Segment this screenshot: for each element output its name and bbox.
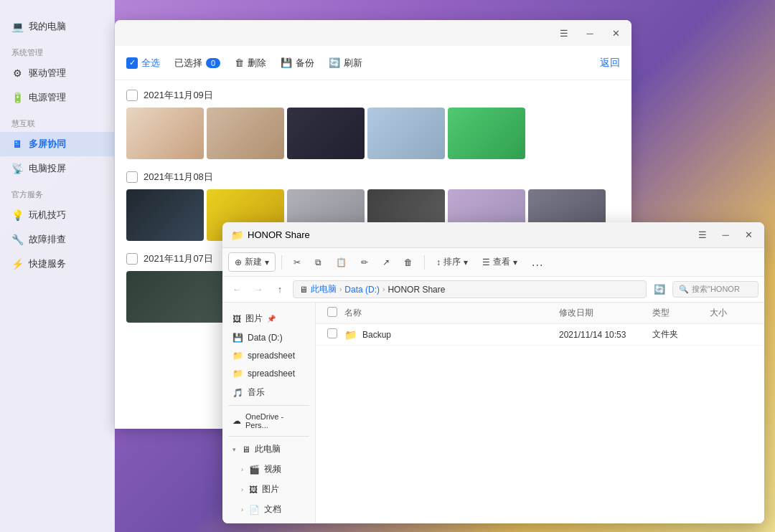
photo-toolbar: ✓ 全选 已选择 0 🗑 删除 💾 备份 🔄 刷新 返回 xyxy=(115,46,631,80)
explorer-sidebar: 🖼 图片 📌 💾 Data (D:) 📁 spreadsheet 📁 sprea… xyxy=(222,303,316,523)
multiscreen-icon: 🖥 xyxy=(11,138,23,150)
file-row-backup[interactable]: 📁 Backup 2021/11/14 10:53 文件夹 xyxy=(316,324,764,346)
toolbar-divider-2 xyxy=(424,255,425,270)
file-date-backup: 2021/11/14 10:53 xyxy=(559,330,652,340)
exp-sidebar-this-pc[interactable]: ▾ 🖥 此电脑 xyxy=(225,440,312,459)
sort-chevron-icon: ▾ xyxy=(464,257,468,267)
onedrive-icon: ☁ xyxy=(232,416,241,426)
select-all-button[interactable]: ✓ 全选 xyxy=(126,57,160,70)
section-title-connect: 慧互联 xyxy=(0,110,114,132)
photo-grid-1 xyxy=(126,108,620,159)
sidebar-item-power[interactable]: 🔋 电源管理 xyxy=(0,85,114,110)
exp-sidebar-spreadsheet2[interactable]: 📁 spreadsheet xyxy=(225,365,312,382)
delete-icon: 🗑 xyxy=(235,57,244,68)
exp-sidebar-data-d[interactable]: 💾 Data (D:) xyxy=(225,329,312,346)
power-icon: 🔋 xyxy=(11,92,23,103)
file-checkbox-backup[interactable] xyxy=(327,328,337,338)
sidebar-troubleshoot-label: 故障排查 xyxy=(29,233,66,246)
backup-button[interactable]: 💾 备份 xyxy=(281,57,314,70)
copy-button[interactable]: ⧉ xyxy=(309,255,327,270)
date-checkbox-1[interactable] xyxy=(126,90,138,101)
exp-sidebar-pictures[interactable]: 🖼 图片 📌 xyxy=(225,309,312,328)
col-header-date: 修改日期 xyxy=(559,307,652,319)
date-checkbox-3[interactable] xyxy=(126,253,138,265)
explorer-window: 📁 HONOR Share ☰ ─ ✕ ⊕ 新建 ▾ ✂ ⧉ 📋 ✏ ↗ 🗑 ↕… xyxy=(222,222,764,523)
pics-icon: 🖼 xyxy=(249,485,258,495)
photo-thumb[interactable] xyxy=(287,108,365,159)
address-bar: ← → ↑ 🖥 此电脑 › Data (D:) › HONOR Share 🔄 … xyxy=(222,277,764,303)
photo-thumb[interactable] xyxy=(448,108,525,159)
nav-up-btn[interactable]: ↑ xyxy=(271,281,288,298)
explorer-close-btn[interactable]: ✕ xyxy=(741,229,756,240)
delete-exp-button[interactable]: 🗑 xyxy=(398,255,418,270)
photo-thumb[interactable] xyxy=(126,189,204,241)
exp-sidebar-downloads[interactable]: › ⬇ 下载 xyxy=(225,520,312,523)
explorer-minimize-btn[interactable]: ─ xyxy=(718,229,733,240)
chevron-right-icon: › xyxy=(241,466,243,473)
breadcrumb-data[interactable]: Data (D:) xyxy=(344,285,380,295)
sort-button[interactable]: ↕ 排序 ▾ xyxy=(431,253,474,271)
view-button[interactable]: ☰ 查看 ▾ xyxy=(476,253,523,271)
sidebar-tips-label: 玩机技巧 xyxy=(29,209,66,222)
minimize-btn[interactable]: ─ xyxy=(583,28,597,39)
chevron-down-icon: ▾ xyxy=(232,446,236,453)
paste-button[interactable]: 📋 xyxy=(330,255,352,270)
date-group-1: 2021年11月09日 xyxy=(126,89,620,159)
cut-button[interactable]: ✂ xyxy=(288,255,306,270)
date-checkbox-2[interactable] xyxy=(126,171,138,183)
breadcrumb-pc[interactable]: 此电脑 xyxy=(311,283,337,295)
explorer-titlebar: 📁 HONOR Share ☰ ─ ✕ xyxy=(222,222,764,248)
explorer-toolbar: ⊕ 新建 ▾ ✂ ⧉ 📋 ✏ ↗ 🗑 ↕ 排序 ▾ ☰ 查看 ▾ ... xyxy=(222,248,764,277)
sidebar-item-my-computer[interactable]: 💻 我的电脑 xyxy=(0,14,114,39)
breadcrumb-bar[interactable]: 🖥 此电脑 › Data (D:) › HONOR Share xyxy=(293,280,647,298)
explorer-main: 名称 修改日期 类型 大小 📁 Backup 2021/11/14 10:53 … xyxy=(316,303,764,523)
refresh-button[interactable]: 🔄 刷新 xyxy=(329,57,362,70)
photo-thumb[interactable] xyxy=(126,108,204,159)
photo-thumb[interactable] xyxy=(207,108,284,159)
file-name-cell-backup: 📁 Backup xyxy=(344,329,559,341)
delete-button[interactable]: 🗑 删除 xyxy=(235,57,266,70)
rename-button[interactable]: ✏ xyxy=(355,255,374,270)
selected-label: 已选择 xyxy=(174,57,202,70)
folder-icon-backup: 📁 xyxy=(344,329,357,341)
view-chevron-icon: ▾ xyxy=(513,257,517,267)
exp-sidebar-pics[interactable]: › 🖼 图片 xyxy=(225,480,312,499)
exp-sidebar-music[interactable]: 🎵 音乐 xyxy=(225,383,312,402)
sidebar-item-tips[interactable]: 💡 玩机技巧 xyxy=(0,203,114,227)
col-header-size: 大小 xyxy=(710,307,753,319)
exp-sidebar-videos[interactable]: › 🎬 视频 xyxy=(225,460,312,479)
more-button[interactable]: ... xyxy=(526,253,549,272)
menu-btn[interactable]: ☰ xyxy=(557,28,571,39)
explorer-folder-icon: 📁 xyxy=(231,229,243,241)
toolbar-divider xyxy=(281,255,282,270)
share-button[interactable]: ↗ xyxy=(377,255,395,270)
sidebar: 💻 我的电脑 系统管理 ⚙ 驱动管理 🔋 电源管理 慧互联 🖥 多屏协同 📡 电… xyxy=(0,0,115,532)
breadcrumb-home-icon: 🖥 xyxy=(299,285,308,295)
col-header-type: 类型 xyxy=(652,307,710,319)
explorer-menu-btn[interactable]: ☰ xyxy=(695,229,710,240)
breadcrumb-current: HONOR Share xyxy=(388,285,445,295)
exp-sidebar-onedrive[interactable]: ☁ OneDrive - Pers... xyxy=(225,409,312,433)
exp-sidebar-spreadsheet1[interactable]: 📁 spreadsheet xyxy=(225,347,312,364)
nav-forward-btn[interactable]: → xyxy=(250,281,267,298)
videos-icon: 🎬 xyxy=(249,465,260,475)
search-placeholder[interactable]: 搜索"HONOR xyxy=(692,284,740,295)
nav-back-btn[interactable]: ← xyxy=(228,281,245,298)
sidebar-item-troubleshoot[interactable]: 🔧 故障排查 xyxy=(0,227,114,252)
pin-icon: 📌 xyxy=(267,315,276,323)
data-drive-icon: 💾 xyxy=(232,333,243,343)
header-checkbox[interactable] xyxy=(327,307,337,317)
sidebar-item-quickservice[interactable]: ⚡ 快捷服务 xyxy=(0,252,114,276)
exp-sidebar-docs[interactable]: › 📄 文档 xyxy=(225,500,312,519)
sidebar-item-driver[interactable]: ⚙ 驱动管理 xyxy=(0,61,114,85)
search-icon: 🔍 xyxy=(679,285,689,294)
new-button[interactable]: ⊕ 新建 ▾ xyxy=(228,252,276,272)
photo-thumb[interactable] xyxy=(367,108,445,159)
section-title-official: 官方服务 xyxy=(0,181,114,203)
return-button[interactable]: 返回 xyxy=(600,57,620,70)
sidebar-item-pcscreen[interactable]: 📡 电脑投屏 xyxy=(0,156,114,181)
refresh-nav-btn[interactable]: 🔄 xyxy=(651,281,668,298)
close-btn[interactable]: ✕ xyxy=(609,28,623,39)
sidebar-item-multiscreen[interactable]: 🖥 多屏协同 xyxy=(0,132,114,156)
sidebar-my-computer-label: 我的电脑 xyxy=(29,20,66,33)
